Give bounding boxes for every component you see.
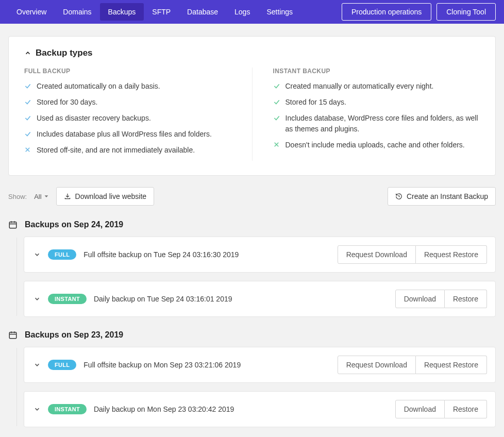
- show-filter-value: All: [34, 193, 41, 200]
- backup-group: Backups on Sep 24, 2019 FULL Full offsit…: [8, 220, 496, 317]
- backup-description: Daily backup on Mon Sep 23 03:20:42 2019: [94, 405, 234, 413]
- backup-actions: Request Download Request Restore: [338, 245, 487, 264]
- chevron-down-icon: [33, 251, 41, 258]
- backup-actions: Download Restore: [395, 290, 487, 308]
- backup-row: INSTANT Daily backup on Tue Sep 24 03:16…: [24, 281, 496, 317]
- cloning-tool-button[interactable]: Cloning Tool: [436, 3, 496, 21]
- feature-text: Includes database plus all WordPress fil…: [37, 129, 212, 140]
- backup-row: FULL Full offsite backup on Mon Sep 23 0…: [24, 347, 496, 383]
- show-label: Show:: [8, 193, 27, 200]
- request-restore-button[interactable]: Request Restore: [416, 245, 487, 264]
- calendar-icon: [8, 330, 18, 340]
- expand-row-toggle[interactable]: [33, 361, 41, 368]
- chevron-up-icon: [24, 49, 31, 57]
- create-instant-backup-button[interactable]: Create an Instant Backup: [388, 187, 496, 206]
- nav-tab-sftp[interactable]: SFTP: [144, 3, 179, 21]
- instant-backup-heading: INSTANT BACKUP: [273, 68, 480, 75]
- download-button[interactable]: Download: [395, 290, 445, 308]
- backup-types-toggle[interactable]: Backup types: [24, 48, 480, 58]
- backups-toolbar: Show: All Download live website Create a…: [8, 187, 496, 206]
- calendar-icon: [8, 220, 18, 229]
- nav-tabs: Overview Domains Backups SFTP Database L…: [8, 3, 301, 21]
- backup-group-title: Backups on Sep 24, 2019: [25, 220, 123, 229]
- backup-description: Full offsite backup on Mon Sep 23 03:21:…: [83, 361, 241, 369]
- backup-actions: Request Download Request Restore: [338, 356, 487, 374]
- chevron-down-icon: [33, 295, 41, 302]
- feature-text: Stored off-site, and are not immediately…: [37, 145, 195, 156]
- backup-description: Full offsite backup on Tue Sep 24 03:16:…: [83, 250, 239, 259]
- check-icon: [24, 82, 31, 92]
- check-icon: [273, 114, 280, 135]
- feature-text: Created automatically on a daily basis.: [37, 81, 160, 92]
- feature-text: Doesn't include media uploads, cache and…: [285, 140, 465, 150]
- check-icon: [24, 114, 31, 124]
- create-instant-label: Create an Instant Backup: [407, 192, 488, 200]
- backup-row: INSTANT Daily backup on Mon Sep 23 03:20…: [24, 391, 496, 427]
- backup-group-head: Backups on Sep 23, 2019: [8, 330, 496, 340]
- show-filter-dropdown[interactable]: All: [34, 193, 48, 200]
- full-backup-heading: FULL BACKUP: [24, 68, 231, 75]
- backup-type-badge: INSTANT: [48, 294, 87, 304]
- nav-tab-backups[interactable]: Backups: [100, 3, 144, 21]
- feature-text: Stored for 15 days.: [285, 97, 346, 108]
- backup-type-badge: FULL: [48, 360, 76, 370]
- feature-text: Stored for 30 days.: [37, 97, 97, 108]
- download-live-website-button[interactable]: Download live website: [56, 187, 155, 206]
- svg-rect-9: [9, 332, 16, 339]
- top-nav: Overview Domains Backups SFTP Database L…: [0, 0, 504, 24]
- full-backup-feature: Used as disaster recovery backups.: [24, 113, 231, 124]
- backup-type-badge: FULL: [48, 249, 76, 260]
- full-backup-feature: Includes database plus all WordPress fil…: [24, 129, 231, 140]
- backup-group-body: FULL Full offsite backup on Mon Sep 23 0…: [24, 347, 496, 427]
- caret-down-icon: [44, 194, 49, 199]
- instant-backup-feature: Doesn't include media uploads, cache and…: [273, 140, 480, 150]
- backup-types-title: Backup types: [36, 48, 93, 58]
- instant-backup-feature: Created manually or automatically every …: [273, 81, 480, 92]
- full-backup-feature: Stored off-site, and are not immediately…: [24, 145, 231, 156]
- nav-tab-domains[interactable]: Domains: [55, 3, 99, 21]
- restore-button[interactable]: Restore: [445, 290, 487, 308]
- restore-button[interactable]: Restore: [445, 400, 487, 418]
- expand-row-toggle[interactable]: [33, 406, 41, 413]
- download-icon: [64, 193, 71, 200]
- x-icon: [24, 146, 31, 156]
- full-backup-column: FULL BACKUP Created automatically on a d…: [24, 68, 231, 161]
- expand-row-toggle[interactable]: [33, 251, 41, 258]
- check-icon: [24, 130, 31, 140]
- nav-tab-database[interactable]: Database: [179, 3, 226, 21]
- feature-text: Created manually or automatically every …: [285, 81, 434, 92]
- nav-tab-overview[interactable]: Overview: [8, 3, 55, 21]
- feature-text: Includes database, WordPress core files …: [285, 113, 480, 135]
- chevron-down-icon: [33, 406, 41, 413]
- chevron-down-icon: [33, 361, 41, 368]
- check-icon: [24, 98, 31, 108]
- feature-text: Used as disaster recovery backups.: [37, 113, 151, 124]
- request-restore-button[interactable]: Request Restore: [416, 356, 487, 374]
- download-live-label: Download live website: [75, 192, 147, 200]
- request-download-button[interactable]: Request Download: [338, 356, 416, 374]
- svg-rect-5: [9, 222, 16, 228]
- expand-row-toggle[interactable]: [33, 295, 41, 302]
- check-icon: [273, 98, 280, 108]
- backup-group: Backups on Sep 23, 2019 FULL Full offsit…: [8, 330, 496, 427]
- instant-backup-column: INSTANT BACKUP Created manually or autom…: [252, 68, 480, 161]
- instant-backup-feature: Includes database, WordPress core files …: [273, 113, 480, 135]
- backup-types-card: Backup types FULL BACKUP Created automat…: [8, 36, 496, 176]
- backup-group-title: Backups on Sep 23, 2019: [25, 330, 123, 340]
- backup-types-columns: FULL BACKUP Created automatically on a d…: [24, 68, 480, 161]
- download-button[interactable]: Download: [395, 400, 445, 418]
- backup-description: Daily backup on Tue Sep 24 03:16:01 2019: [94, 295, 232, 303]
- x-icon: [273, 141, 280, 150]
- instant-backup-feature: Stored for 15 days.: [273, 97, 480, 108]
- backup-type-badge: INSTANT: [48, 404, 87, 414]
- request-download-button[interactable]: Request Download: [338, 245, 416, 264]
- check-icon: [273, 82, 280, 92]
- full-backup-feature: Created automatically on a daily basis.: [24, 81, 231, 92]
- history-icon: [395, 193, 402, 200]
- nav-tab-settings[interactable]: Settings: [258, 3, 301, 21]
- production-operations-button[interactable]: Production operations: [342, 3, 431, 21]
- full-backup-feature: Stored for 30 days.: [24, 97, 231, 108]
- nav-tab-logs[interactable]: Logs: [226, 3, 258, 21]
- svg-marker-4: [44, 195, 48, 197]
- backup-actions: Download Restore: [395, 400, 487, 418]
